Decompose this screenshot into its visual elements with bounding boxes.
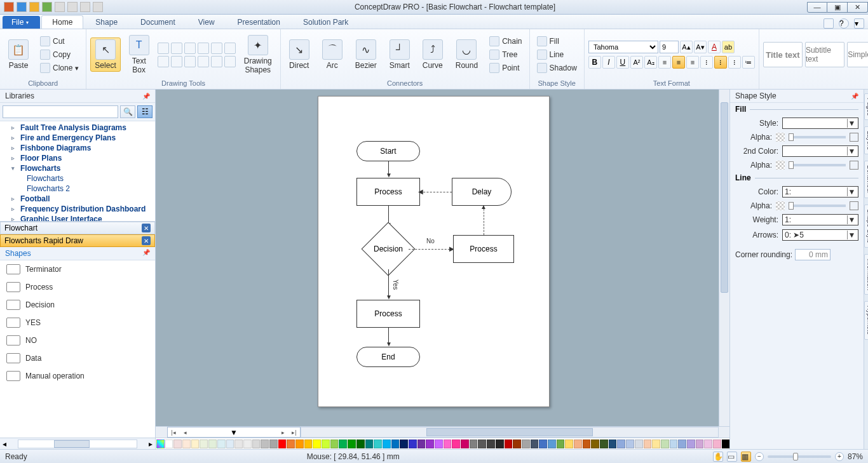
palette-color[interactable] xyxy=(444,440,452,448)
palette-color[interactable] xyxy=(574,440,582,448)
highlight-button[interactable]: ab xyxy=(722,41,735,53)
tool-icon[interactable] xyxy=(171,56,182,67)
palette-color[interactable] xyxy=(704,440,712,448)
app-icon[interactable] xyxy=(4,2,14,12)
palette-color[interactable] xyxy=(391,440,400,448)
superscript-button[interactable]: A² xyxy=(630,56,643,69)
palette-color[interactable] xyxy=(678,440,686,448)
connector-round-button[interactable]: ◡Round xyxy=(451,37,482,72)
palette-color[interactable] xyxy=(539,440,547,448)
tree-node[interactable]: Flowcharts xyxy=(0,173,155,184)
side-tab[interactable]: Layers xyxy=(864,126,868,154)
subtitle-text-style[interactable]: Subtitle text xyxy=(805,42,844,67)
page-tab-bar[interactable]: |◂◂▼▸▸| xyxy=(167,427,301,438)
tool-icon[interactable] xyxy=(224,43,236,54)
align-left-button[interactable]: ≡ xyxy=(658,56,671,69)
point-button[interactable]: Point xyxy=(486,62,525,74)
qat-new-icon[interactable] xyxy=(17,2,27,12)
close-icon[interactable]: ✕ xyxy=(142,224,151,232)
palette-color[interactable] xyxy=(713,440,721,448)
fill-style-select[interactable]: ▼ xyxy=(782,117,858,129)
palette-color[interactable] xyxy=(339,440,347,448)
palette-picker-icon[interactable] xyxy=(156,440,165,448)
palette-color[interactable] xyxy=(609,440,617,448)
shape-process[interactable]: Process xyxy=(356,178,420,206)
palette-color[interactable] xyxy=(217,440,226,448)
connector-arc-button[interactable]: ⌒Arc xyxy=(318,37,347,72)
palette-color[interactable] xyxy=(722,440,730,448)
tree-view-button[interactable]: ☷ xyxy=(137,105,153,118)
alpha2-slider[interactable] xyxy=(789,164,846,166)
text-box-button[interactable]: T Text Box xyxy=(125,33,154,76)
palette-color[interactable] xyxy=(661,440,669,448)
tree-node[interactable]: ▾Flowcharts xyxy=(0,163,155,173)
tab-presentation[interactable]: Presentation xyxy=(227,15,291,29)
palette-color[interactable] xyxy=(478,440,486,448)
palette-color[interactable] xyxy=(295,440,304,448)
align-right-button[interactable]: ≡ xyxy=(686,56,699,69)
subscript-button[interactable]: A₂ xyxy=(644,56,657,69)
palette-color[interactable] xyxy=(531,440,539,448)
palette-color[interactable] xyxy=(452,440,460,448)
align-middle-button[interactable]: ⫶ xyxy=(714,56,727,69)
side-tab[interactable]: Pages xyxy=(864,93,868,120)
shrink-font-button[interactable]: A▾ xyxy=(694,41,707,53)
qat-customize-icon[interactable] xyxy=(93,2,103,12)
tree-node[interactable]: ▹Fire and Emergency Plans xyxy=(0,133,155,143)
tab-view[interactable]: View xyxy=(187,15,226,29)
palette-color[interactable] xyxy=(287,440,295,448)
connector-bezier-button[interactable]: ∿Bezier xyxy=(351,37,381,72)
pan-mode-icon[interactable]: ✋ xyxy=(713,452,723,462)
tree-node[interactable]: ▹Fishbone Diagrams xyxy=(0,143,155,153)
grow-font-button[interactable]: A▴ xyxy=(680,41,693,53)
palette-color[interactable] xyxy=(252,440,261,448)
palette-color[interactable] xyxy=(461,440,469,448)
palette-color[interactable] xyxy=(487,440,495,448)
palette-color[interactable] xyxy=(652,440,660,448)
palette-color[interactable] xyxy=(513,440,521,448)
palette-color[interactable] xyxy=(330,440,339,448)
help-icon[interactable]: ? xyxy=(839,18,849,29)
palette-color[interactable] xyxy=(522,440,530,448)
palette-color[interactable] xyxy=(635,440,643,448)
palette-color[interactable] xyxy=(600,440,608,448)
side-tab[interactable]: Shape Style xyxy=(864,205,868,248)
palette-color[interactable] xyxy=(617,440,625,448)
underline-button[interactable]: U xyxy=(616,56,629,69)
palette-color[interactable] xyxy=(261,440,269,448)
tree-node[interactable]: ▹Graphic User Interface xyxy=(0,214,155,222)
second-color-select[interactable]: ▼ xyxy=(782,145,858,157)
side-tab[interactable]: Hypernote xyxy=(864,301,868,339)
qat-save-icon[interactable] xyxy=(42,2,52,12)
shapes-list[interactable]: TerminatorProcessDecisionYESNODataManual… xyxy=(0,260,155,438)
zoom-slider[interactable] xyxy=(768,455,831,458)
side-tab[interactable]: Behaviour xyxy=(864,161,868,198)
shape-start[interactable]: Start xyxy=(356,141,420,161)
palette-color[interactable] xyxy=(548,440,556,448)
line-button[interactable]: Line xyxy=(534,48,580,61)
palette-color[interactable] xyxy=(165,440,173,448)
library-tab[interactable]: Flowcharts Rapid Draw✕ xyxy=(0,234,155,247)
clone-button[interactable]: Clone ▾ xyxy=(37,62,82,74)
shape-end[interactable]: End xyxy=(356,347,420,367)
connector-smart-button[interactable]: ┘Smart xyxy=(385,37,414,72)
palette-color[interactable] xyxy=(374,440,382,448)
bold-button[interactable]: B xyxy=(588,56,601,69)
tool-icon[interactable] xyxy=(224,56,236,67)
palette-color[interactable] xyxy=(182,440,191,448)
shape-decision[interactable]: Decision xyxy=(362,222,416,276)
palette-color[interactable] xyxy=(470,440,478,448)
window-options-icon[interactable] xyxy=(824,18,834,29)
close-button[interactable]: ✕ xyxy=(848,2,868,13)
palette-color[interactable] xyxy=(269,440,278,448)
line-color-select[interactable]: 1:▼ xyxy=(782,186,858,198)
shape-item[interactable]: Decision xyxy=(0,296,155,314)
side-tab[interactable]: Information xyxy=(864,254,868,295)
palette-color[interactable] xyxy=(348,440,356,448)
canvas-viewport[interactable]: Start ▼ Process ▼ Delay ◀ Decision ▶ No … xyxy=(156,90,729,426)
library-tab[interactable]: Flowchart✕ xyxy=(0,222,155,234)
palette-color[interactable] xyxy=(173,440,182,448)
minimize-ribbon-icon[interactable]: ▾ xyxy=(854,18,864,29)
shape-item[interactable]: Terminator xyxy=(0,260,155,278)
palette-color[interactable] xyxy=(313,440,321,448)
